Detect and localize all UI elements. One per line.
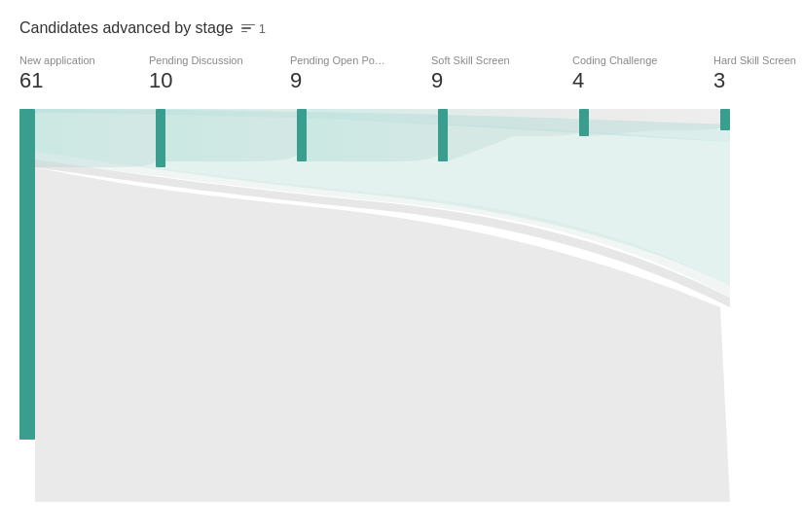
stage-pending-discussion: Pending Discussion 10 [149,54,243,99]
stage-coding-challenge: Coding Challenge 4 [572,54,657,99]
svg-rect-5 [720,109,730,130]
filter-icon [241,24,255,33]
stage-label-hard-skill-screen: Hard Skill Screen [713,54,796,66]
svg-rect-3 [438,109,448,161]
stage-label-soft-skill-screen: Soft Skill Screen [431,54,510,66]
svg-rect-4 [579,109,589,136]
stage-count-pending-open-position: 9 [290,68,387,93]
sankey-chart: New application 61 Pending Discussion 10… [19,54,784,502]
stage-soft-skill-screen: Soft Skill Screen 9 [431,54,510,99]
filter-control[interactable]: 1 [241,21,266,36]
svg-rect-1 [156,109,165,167]
chart-header: Candidates advanced by stage 1 [19,19,784,37]
stage-count-soft-skill-screen: 9 [431,68,510,93]
svg-rect-2 [297,109,307,161]
stage-count-hard-skill-screen: 3 [713,68,796,93]
stage-count-coding-challenge: 4 [572,68,657,93]
filter-count: 1 [259,21,266,36]
stage-count-pending-discussion: 10 [149,68,243,93]
stage-hard-skill-screen: Hard Skill Screen 3 [713,54,796,99]
sankey-svg [19,54,784,502]
stage-label-pending-discussion: Pending Discussion [149,54,243,66]
dashboard-container: Candidates advanced by stage 1 [0,0,803,532]
stage-new-application: New application 61 [19,54,95,99]
chart-title: Candidates advanced by stage [19,19,234,37]
stage-label-coding-challenge: Coding Challenge [572,54,657,66]
stage-pending-open-position: Pending Open Positi... 9 [290,54,387,99]
stage-label-pending-open-position: Pending Open Positi... [290,54,387,66]
stage-label-new-application: New application [19,54,95,66]
svg-rect-0 [19,109,35,440]
stage-count-new-application: 61 [19,68,95,93]
